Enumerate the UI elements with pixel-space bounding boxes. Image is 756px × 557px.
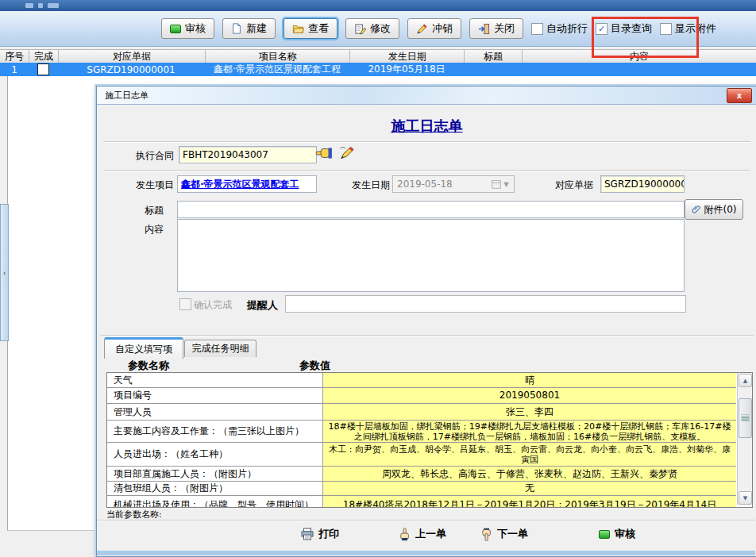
row-done-cell: [29, 63, 57, 76]
next-doc-button[interactable]: 下一单: [480, 524, 528, 544]
content-label: 内容: [105, 223, 164, 236]
approve-button[interactable]: 审核: [161, 18, 214, 39]
divider: [103, 170, 750, 171]
param-value[interactable]: 张三、李四: [323, 404, 736, 420]
col-header-title[interactable]: 标题: [465, 50, 523, 63]
param-value[interactable]: 无: [323, 482, 736, 495]
previous-doc-button[interactable]: 上一单: [399, 524, 446, 544]
scrollbar-thumb[interactable]: [739, 398, 752, 438]
param-name: 项目编号: [107, 388, 323, 403]
param-row: 项目编号 2019050801: [107, 388, 736, 404]
previous-doc-button-label: 上一单: [415, 527, 446, 541]
row-project: 鑫都·帝景示范区景观配套工程: [205, 63, 349, 76]
list-row-selected[interactable]: 1 SGRZD190000001 鑫都·帝景示范区景观配套工程 2019年05月…: [0, 63, 756, 76]
param-name: 清包班组人员：（附图片）: [107, 482, 323, 495]
scroll-down-icon[interactable]: ▼: [739, 491, 752, 505]
writeoff-button[interactable]: 冲销: [407, 18, 461, 39]
col-header-project[interactable]: 项目名称: [206, 50, 350, 63]
param-row: 管理人员 张三、李四: [107, 404, 736, 421]
tab-task-detail-label: 完成任务明细: [192, 342, 249, 355]
reminder-label: 提醒人: [247, 298, 278, 313]
title-input[interactable]: [177, 201, 685, 218]
approve-footer-button-label: 审核: [615, 527, 635, 541]
row-done-checkbox[interactable]: [37, 63, 49, 75]
modify-button[interactable]: 修改: [345, 18, 399, 39]
next-doc-button-label: 下一单: [497, 527, 528, 541]
print-button[interactable]: 打印: [301, 524, 339, 544]
param-value-header: 参数值: [299, 359, 330, 373]
view-button-label: 查看: [308, 21, 329, 36]
tab-task-detail[interactable]: 完成任务明细: [184, 340, 256, 357]
annotation-highlight-box: [592, 17, 699, 58]
row-title: [464, 63, 521, 76]
pencil-eraser-icon: [416, 23, 428, 35]
project-link[interactable]: 鑫都·帝景示范区景观配套工: [177, 175, 317, 193]
writeoff-button-label: 冲销: [432, 21, 453, 36]
date-field[interactable]: 2019-05-18 ▼: [392, 175, 515, 193]
param-grid-scrollbar[interactable]: ▲ ▼: [737, 373, 752, 505]
sidebar-collapse-handle[interactable]: ‹: [0, 204, 9, 341]
col-header-seq[interactable]: 序号: [0, 50, 29, 63]
param-grid: 天气 晴 项目编号 2019050801 管理人员 张三、李四 主要施工内容及工…: [106, 372, 753, 508]
window-decoration: [48, 3, 59, 8]
confirm-done-label: 确认完成: [194, 298, 232, 312]
contract-input[interactable]: FBHT2019043007: [179, 146, 317, 163]
autowrap-checkbox[interactable]: 自动折行: [531, 21, 588, 36]
param-row: 天气 晴: [107, 373, 736, 388]
content-textarea[interactable]: [177, 219, 685, 292]
calendar-dropdown-button[interactable]: ▼: [488, 178, 512, 190]
param-value[interactable]: 周双龙、韩长忠、高海云、于修营、张麦秋、赵边防、王新兴、秦梦贤: [323, 467, 736, 481]
param-row: 机械进出场及使用：（品牌、型号、使用时间） 18#楼40塔吊2018年12月1日…: [107, 496, 736, 508]
docno-input[interactable]: SGRZD190000001: [600, 175, 685, 193]
param-row: 项目部直属施工人员：（附图片） 周双龙、韩长忠、高海云、于修营、张麦秋、赵边防、…: [107, 467, 736, 482]
current-param-label: 当前参数名称:: [106, 509, 162, 521]
param-value[interactable]: 木工：向尹贺、向玉成、胡令学、吕延东、胡玉、向云雷、向云龙、向小奎、向云飞、康浩…: [323, 443, 736, 466]
param-name: 天气: [107, 373, 323, 387]
divider: [100, 335, 754, 336]
close-button[interactable]: 关闭: [469, 18, 523, 39]
param-value[interactable]: 2019050801: [323, 388, 736, 403]
dialog-close-button[interactable]: x: [727, 88, 752, 103]
edit-pen-icon[interactable]: [339, 145, 357, 160]
param-name: 主要施工内容及工作量：（需三张以上图片）: [107, 421, 323, 442]
dialog-title: 施工日志单: [105, 90, 148, 102]
app-window: 审核 新建 查看 修改 冲销 关闭 自动折行 ✓ 目录查询: [0, 0, 756, 557]
contract-label: 执行合同: [105, 149, 174, 163]
param-value[interactable]: 18#楼40塔吊2018年12月1日－2019年1月20日；2019年3月19日…: [323, 496, 736, 508]
row-date: 2019年05月18日: [349, 63, 464, 76]
date-value: 2019-05-18: [397, 179, 453, 190]
col-header-done[interactable]: 完成: [29, 50, 59, 63]
approve-icon: [599, 530, 610, 539]
new-button[interactable]: 新建: [222, 18, 276, 39]
window-title-strip: [0, 0, 756, 11]
row-content: [521, 63, 756, 76]
tab-custom-fields[interactable]: 自定义填写项: [104, 337, 183, 359]
confirm-done-checkbox[interactable]: [179, 298, 191, 310]
dialog-titlebar[interactable]: 施工日志单: [97, 86, 756, 105]
dialog-bottom-frame: [97, 551, 755, 555]
tab-custom-fields-label: 自定义填写项: [115, 343, 172, 356]
hand-down-icon: [480, 528, 492, 541]
row-docno: SGRZD190000001: [57, 63, 205, 76]
form-heading: 施工日志单: [97, 117, 756, 136]
attachment-button[interactable]: 附件(0): [685, 199, 743, 220]
window-decoration: [25, 3, 33, 8]
scroll-up-icon[interactable]: ▲: [739, 374, 752, 387]
new-button-label: 新建: [246, 21, 267, 36]
param-value[interactable]: 晴: [323, 373, 736, 387]
param-row: 人员进出场：（姓名工种） 木工：向尹贺、向玉成、胡令学、吕延东、胡玉、向云雷、向…: [107, 443, 736, 467]
approve-footer-button[interactable]: 审核: [599, 524, 635, 544]
date-label: 发生日期: [344, 179, 390, 192]
chevron-down-icon: ▼: [503, 181, 508, 188]
reminder-input[interactable]: [285, 295, 686, 313]
view-button[interactable]: 查看: [284, 18, 338, 39]
param-value[interactable]: 18#楼十层墙板加固，绑扎梁钢筋；19#楼绑扎九层支墙柱模板；20#楼十层绑扎钢…: [323, 421, 736, 442]
pointing-hand-icon[interactable]: [315, 147, 333, 159]
col-header-date[interactable]: 发生日期: [350, 50, 465, 63]
divider: [103, 141, 750, 143]
paperclip-icon: [692, 204, 701, 215]
col-header-docno[interactable]: 对应单据: [59, 50, 206, 63]
param-row: 主要施工内容及工作量：（需三张以上图片） 18#楼十层墙板加固，绑扎梁钢筋；19…: [107, 421, 736, 443]
param-name-header: 参数名称: [128, 359, 169, 373]
autowrap-label: 自动折行: [546, 21, 588, 36]
